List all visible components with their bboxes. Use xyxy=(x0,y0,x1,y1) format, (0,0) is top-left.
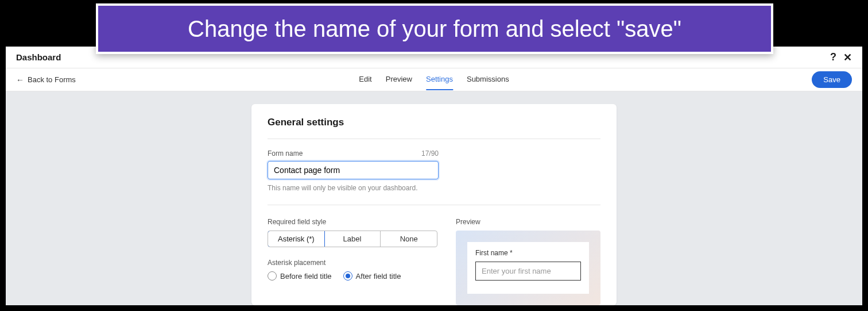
content-area: General settings Form name 17/90 This na… xyxy=(6,91,862,305)
radio-before-label: Before field title xyxy=(280,272,332,281)
save-button[interactable]: Save xyxy=(812,71,852,88)
form-name-help-text: This name will only be visible on your d… xyxy=(268,184,600,192)
placement-radio-group: Before field title After field title xyxy=(268,271,437,281)
char-count: 17/90 xyxy=(421,149,439,158)
form-name-label: Form name xyxy=(268,149,303,158)
back-arrow-icon: ← xyxy=(16,75,24,85)
segment-label[interactable]: Label xyxy=(324,231,381,247)
dashboard-title: Dashboard xyxy=(16,52,61,62)
preview-inner: First name * Enter your first name xyxy=(467,242,589,294)
radio-circle-selected-icon xyxy=(343,271,352,281)
form-name-group: Form name 17/90 This name will only be v… xyxy=(268,149,600,205)
radio-circle-icon xyxy=(268,271,277,281)
tabs: Edit Preview Settings Submissions xyxy=(359,69,509,90)
required-style-label: Required field style xyxy=(268,218,437,226)
placement-label: Asterisk placement xyxy=(268,259,437,267)
instruction-banner: Change the name of your form and select … xyxy=(96,3,773,54)
tab-submissions[interactable]: Submissions xyxy=(467,69,509,90)
placement-section: Asterisk placement Before field title Af… xyxy=(268,259,437,281)
settings-panel: General settings Form name 17/90 This na… xyxy=(251,104,617,305)
tab-settings[interactable]: Settings xyxy=(426,69,453,90)
bottom-section: Required field style Asterisk (*) Label … xyxy=(268,218,600,305)
segment-none[interactable]: None xyxy=(381,231,437,247)
tab-preview[interactable]: Preview xyxy=(386,69,412,90)
help-icon[interactable]: ? xyxy=(830,51,836,63)
radio-after-label: After field title xyxy=(356,272,401,281)
panel-title: General settings xyxy=(268,117,600,139)
preview-input: Enter your first name xyxy=(475,262,581,281)
back-to-forms-link[interactable]: ← Back to Forms xyxy=(16,75,76,85)
preview-field-label: First name * xyxy=(475,249,581,257)
preview-box: First name * Enter your first name xyxy=(456,231,600,305)
close-icon[interactable]: ✕ xyxy=(843,51,852,64)
required-style-control: Asterisk (*) Label None xyxy=(268,231,437,247)
label-row: Form name 17/90 xyxy=(268,149,439,158)
left-column: Required field style Asterisk (*) Label … xyxy=(268,218,437,305)
preview-section: Preview First name * Enter your first na… xyxy=(456,218,600,305)
app-window: Dashboard ? ✕ ← Back to Forms Edit Previ… xyxy=(6,47,862,305)
segment-asterisk[interactable]: Asterisk (*) xyxy=(268,231,325,247)
form-name-input[interactable] xyxy=(268,161,439,179)
tab-edit[interactable]: Edit xyxy=(359,69,371,90)
radio-after-title[interactable]: After field title xyxy=(343,271,401,281)
back-label: Back to Forms xyxy=(28,75,76,84)
banner-text: Change the name of your form and select … xyxy=(188,16,681,42)
preview-label: Preview xyxy=(456,218,600,226)
toolbar: ← Back to Forms Edit Preview Settings Su… xyxy=(6,68,862,91)
header-icons: ? ✕ xyxy=(830,51,852,64)
radio-before-title[interactable]: Before field title xyxy=(268,271,332,281)
